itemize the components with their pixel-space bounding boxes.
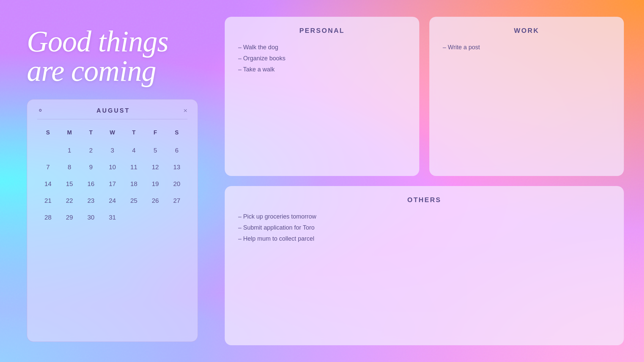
list-item: – Submit application for Toro: [238, 224, 610, 231]
day-cell[interactable]: 19: [145, 176, 166, 192]
day-cell[interactable]: 27: [166, 192, 187, 209]
work-card: WORK – Write a post: [429, 17, 624, 176]
day-cell[interactable]: 23: [80, 192, 102, 209]
day-cell[interactable]: 17: [102, 176, 123, 192]
day-header-sun: S: [37, 126, 59, 142]
day-cell[interactable]: 5: [145, 142, 166, 159]
day-cell: [37, 142, 59, 159]
day-header-sat: S: [166, 126, 187, 142]
day-cell[interactable]: 30: [80, 209, 102, 226]
list-item: – Walk the dog: [238, 44, 406, 51]
list-item: – Take a walk: [238, 66, 406, 73]
day-cell[interactable]: 6: [166, 142, 187, 159]
tagline: Good things are coming: [27, 27, 198, 86]
day-cell[interactable]: 7: [37, 159, 59, 176]
day-cell[interactable]: 11: [123, 159, 145, 176]
work-card-items: – Write a post: [443, 44, 610, 51]
calendar-header: ⚬ AUGUST ×: [37, 106, 187, 119]
day-cell[interactable]: 16: [80, 176, 102, 192]
day-cell: [166, 209, 187, 226]
day-cell[interactable]: 15: [59, 176, 80, 192]
list-item: – Write a post: [443, 44, 610, 51]
day-cell: [123, 209, 145, 226]
right-panel: PERSONAL – Walk the dog – Organize books…: [215, 0, 644, 362]
day-cell[interactable]: 2: [80, 142, 102, 159]
day-cell[interactable]: 8: [59, 159, 80, 176]
calendar-grid: S M T W T F S 1 2 3 4 5 6 7 8 9 10: [37, 126, 187, 226]
day-cell[interactable]: 31: [102, 209, 123, 226]
search-icon[interactable]: ⚬: [37, 106, 43, 115]
list-item: – Pick up groceries tomorrow: [238, 213, 610, 220]
personal-card: PERSONAL – Walk the dog – Organize books…: [225, 17, 419, 176]
day-header-mon: M: [59, 126, 80, 142]
list-item: – Organize books: [238, 55, 406, 62]
day-cell[interactable]: 28: [37, 209, 59, 226]
day-header-wed: W: [102, 126, 123, 142]
day-cell[interactable]: 26: [145, 192, 166, 209]
day-cell[interactable]: 21: [37, 192, 59, 209]
day-cell[interactable]: 9: [80, 159, 102, 176]
day-cell[interactable]: 24: [102, 192, 123, 209]
left-panel: Good things are coming ⚬ AUGUST × S M T …: [0, 0, 215, 362]
day-cell[interactable]: 13: [166, 159, 187, 176]
close-icon[interactable]: ×: [183, 106, 187, 115]
day-cell[interactable]: 1: [59, 142, 80, 159]
personal-card-title: PERSONAL: [238, 27, 406, 35]
day-cell[interactable]: 20: [166, 176, 187, 192]
personal-card-items: – Walk the dog – Organize books – Take a…: [238, 44, 406, 73]
day-cell[interactable]: 3: [102, 142, 123, 159]
day-cell[interactable]: 4: [123, 142, 145, 159]
work-card-title: WORK: [443, 27, 610, 35]
day-cell[interactable]: 18: [123, 176, 145, 192]
day-cell[interactable]: 25: [123, 192, 145, 209]
day-header-fri: F: [145, 126, 166, 142]
day-header-tue: T: [80, 126, 102, 142]
list-item: – Help mum to collect parcel: [238, 235, 610, 242]
calendar-month: AUGUST: [97, 107, 130, 114]
day-cell[interactable]: 29: [59, 209, 80, 226]
day-cell: [145, 209, 166, 226]
day-cell[interactable]: 10: [102, 159, 123, 176]
others-card-items: – Pick up groceries tomorrow – Submit ap…: [238, 213, 610, 242]
day-cell[interactable]: 12: [145, 159, 166, 176]
others-card-title: OTHERS: [238, 196, 610, 204]
others-card: OTHERS – Pick up groceries tomorrow – Su…: [225, 186, 624, 345]
calendar-widget: ⚬ AUGUST × S M T W T F S 1 2 3 4 5 6: [27, 99, 198, 342]
day-cell[interactable]: 14: [37, 176, 59, 192]
day-header-thu: T: [123, 126, 145, 142]
day-cell[interactable]: 22: [59, 192, 80, 209]
